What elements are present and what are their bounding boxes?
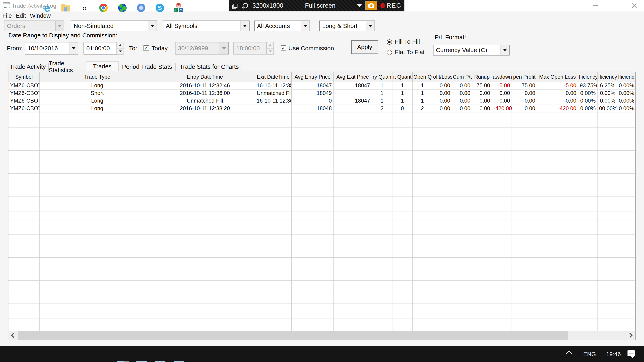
horizontal-scrollbar[interactable] bbox=[8, 331, 635, 340]
tab-trade-activity[interactable]: Trade Activity bbox=[7, 63, 49, 71]
column-header[interactable]: Runup bbox=[472, 72, 492, 82]
empty-cell bbox=[8, 158, 40, 166]
column-header[interactable]: Entry DateTime bbox=[155, 72, 255, 82]
taskbar-chrome-button[interactable] bbox=[99, 3, 108, 12]
empty-cell bbox=[334, 273, 372, 281]
empty-cell bbox=[472, 189, 492, 196]
magnifier-icon[interactable] bbox=[243, 3, 248, 8]
chevron-down-icon[interactable] bbox=[301, 21, 310, 31]
column-header[interactable]: fficienc bbox=[617, 72, 635, 82]
camera-button[interactable] bbox=[366, 1, 377, 10]
empty-cell bbox=[8, 189, 40, 196]
chevron-down-icon[interactable] bbox=[500, 45, 509, 55]
column-header[interactable]: awdown bbox=[492, 72, 512, 82]
chevron-down-icon[interactable] bbox=[366, 21, 374, 31]
column-header[interactable]: ry Quant bbox=[372, 72, 392, 82]
spin-up-button[interactable] bbox=[117, 42, 124, 48]
empty-cell bbox=[432, 112, 452, 120]
close-button[interactable] bbox=[625, 0, 644, 11]
taskbar-chromium-button[interactable] bbox=[137, 3, 146, 12]
empty-cell bbox=[597, 304, 617, 311]
taskbar-skype-button[interactable]: S bbox=[155, 3, 164, 12]
table-cell: -420.00 bbox=[492, 105, 512, 112]
rec-dot-icon[interactable] bbox=[380, 3, 385, 8]
empty-cell bbox=[617, 204, 635, 212]
empty-cell bbox=[617, 189, 635, 196]
restore-button[interactable] bbox=[605, 0, 625, 11]
column-header[interactable]: it Quant bbox=[392, 72, 412, 82]
empty-cell bbox=[578, 143, 597, 151]
empty-cell bbox=[412, 319, 432, 327]
menu-edit[interactable]: Edit bbox=[16, 12, 26, 20]
tab-trade-statistics[interactable]: Trade Statistics bbox=[48, 63, 86, 71]
empty-cell bbox=[472, 166, 492, 174]
chevron-down-icon[interactable] bbox=[357, 4, 362, 7]
language-indicator[interactable]: ENG bbox=[583, 346, 596, 362]
spin-down-button[interactable] bbox=[117, 48, 124, 54]
start-button[interactable] bbox=[4, 3, 12, 12]
column-header[interactable]: Cum P/L bbox=[452, 72, 472, 82]
flat-to-flat-radio[interactable] bbox=[387, 50, 392, 55]
column-header[interactable]: pen Profit bbox=[512, 72, 537, 82]
empty-cell bbox=[578, 135, 597, 143]
from-date-combo[interactable]: 10/10/2016 bbox=[25, 42, 78, 54]
scroll-left-button[interactable] bbox=[8, 331, 18, 340]
column-header[interactable]: Max Open Loss bbox=[537, 72, 578, 82]
column-header[interactable]: Symbol bbox=[8, 72, 40, 82]
empty-cell bbox=[452, 174, 472, 181]
column-header[interactable]: Trade Type bbox=[40, 72, 155, 82]
empty-cell bbox=[155, 181, 255, 189]
empty-cell bbox=[292, 189, 334, 196]
table-row[interactable]: YMZ6-CBOTLong2016-10-11 12:38:2018048202… bbox=[8, 105, 635, 112]
tab-period-trade-stats[interactable]: Period Trade Stats bbox=[118, 63, 176, 71]
taskbar-search-button[interactable] bbox=[22, 3, 31, 12]
taskbar-file-explorer-button[interactable] bbox=[61, 3, 70, 12]
capture-window-icon[interactable] bbox=[234, 3, 238, 8]
from-time-value: 01:00:00 bbox=[86, 45, 110, 51]
direction-combo[interactable]: Long & Short bbox=[320, 20, 375, 31]
column-header[interactable]: Open Qu bbox=[412, 72, 432, 82]
taskbar-globe-app-button[interactable] bbox=[118, 3, 127, 12]
clock[interactable]: 19:46 bbox=[606, 346, 621, 362]
taskbar-store-button[interactable] bbox=[80, 3, 89, 12]
empty-cell bbox=[492, 212, 512, 219]
apply-button[interactable]: Apply bbox=[352, 40, 378, 54]
table-cell: Long bbox=[40, 105, 155, 112]
tab-trade-stats-for-charts[interactable]: Trade Stats for Charts bbox=[175, 63, 243, 71]
empty-row bbox=[8, 128, 635, 135]
column-header[interactable]: Avg Exit Price bbox=[334, 72, 372, 82]
notification-center-icon[interactable] bbox=[628, 350, 635, 356]
taskbar-trade-app-button[interactable]: MFC bbox=[174, 3, 183, 12]
menu-file[interactable]: File bbox=[2, 12, 12, 20]
use-commission-checkbox[interactable]: ✓ bbox=[281, 45, 286, 51]
chevron-down-icon[interactable] bbox=[69, 42, 78, 54]
column-header[interactable]: ofit/Loss bbox=[432, 72, 452, 82]
table-row[interactable]: YMZ6-CBOTLongUnmatched Fill16-10-11 12:3… bbox=[8, 97, 635, 105]
chevron-down-icon[interactable] bbox=[148, 21, 156, 31]
accounts-combo[interactable]: All Accounts bbox=[254, 20, 310, 31]
empty-cell bbox=[617, 151, 635, 158]
table-row[interactable]: YMZ6-CBOTShort2016-10-11 12:36:00Unmatch… bbox=[8, 89, 635, 97]
column-header[interactable]: fficiency bbox=[597, 72, 617, 82]
column-header[interactable]: Exit DateTime bbox=[255, 72, 292, 82]
empty-cell bbox=[412, 112, 432, 120]
empty-cell bbox=[492, 219, 512, 227]
minimize-button[interactable] bbox=[586, 0, 605, 11]
report-type-combo[interactable]: Orders bbox=[4, 20, 64, 31]
column-header[interactable]: Avg Entry Price bbox=[292, 72, 334, 82]
fill-to-fill-radio[interactable] bbox=[387, 39, 392, 45]
table-row[interactable]: YMZ6-CBOTLong2016-10-11 12:32:4616-10-11… bbox=[8, 82, 635, 89]
today-checkbox[interactable]: ✓ bbox=[144, 45, 149, 51]
scroll-right-button[interactable] bbox=[626, 331, 635, 340]
simulation-combo[interactable]: Non-Simulated bbox=[71, 20, 157, 31]
taskbar-edge-button[interactable]: e bbox=[43, 3, 52, 12]
symbols-combo[interactable]: All Symbols bbox=[163, 20, 250, 31]
tab-trades[interactable]: Trades bbox=[86, 61, 119, 71]
scrollbar-thumb[interactable] bbox=[18, 331, 568, 340]
empty-cell bbox=[578, 242, 597, 250]
column-header[interactable]: fficiency bbox=[578, 72, 597, 82]
pl-format-combo[interactable]: Currency Value (C) bbox=[433, 45, 510, 55]
empty-row bbox=[8, 196, 635, 204]
from-time-spinner[interactable]: 01:00:00 bbox=[84, 42, 117, 54]
chevron-down-icon[interactable] bbox=[240, 21, 249, 31]
